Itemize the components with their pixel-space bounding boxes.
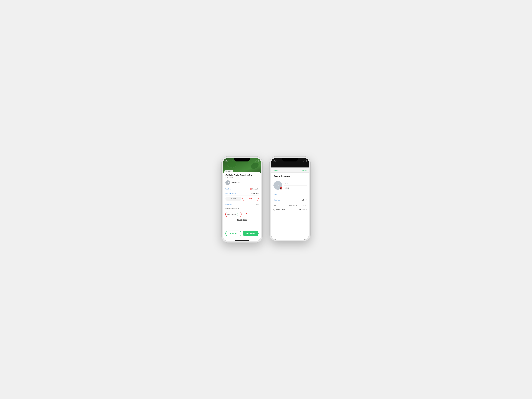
handicap-detail-value: No HCP	[301, 199, 307, 201]
name-fields: Jack Heuer	[284, 181, 307, 190]
battery-icon: ▮	[258, 160, 259, 162]
handicap-row[interactable]: Handicap 4.0	[225, 202, 259, 206]
avatar-initials: JH	[276, 184, 279, 187]
phone-1-screen: 10:00 ▲ ⊙ ▮ 🔍 Search Golf du Paris C	[223, 158, 261, 241]
home-indicator-2	[283, 239, 297, 239]
svg-marker-3	[246, 213, 247, 214]
playing-hcp-row: Playing handicap 4	[225, 206, 259, 210]
crsr-col-header: CR/SR	[297, 205, 307, 206]
bottom-buttons: Cancel Start Round	[225, 229, 259, 237]
tee-box-value: Rouge H	[253, 188, 259, 190]
player-full-name: Jack Heuer	[271, 173, 309, 180]
player-initials: TH	[227, 182, 229, 184]
phone-1: 10:00 ▲ ⊙ ▮ 🔍 Search Golf du Paris C	[222, 156, 262, 243]
tee-box-value-group: Rouge H	[250, 188, 259, 190]
add-players-button[interactable]: Add Players	[225, 212, 241, 217]
tee-dot-red	[250, 188, 252, 190]
avatar-section: JH 📷 Jack Heuer	[271, 180, 309, 192]
start-round-button[interactable]: Start Round	[243, 231, 259, 236]
tee-crsr-white: 66.8/132 ▾	[298, 209, 307, 210]
status-icons-1: ▲ ⊙ ▮	[254, 160, 259, 162]
tee-radio-white[interactable]	[273, 209, 275, 211]
tee-box-row[interactable]: Tee Box Rouge H	[225, 187, 259, 191]
scoring-label: Scoring system	[225, 192, 236, 194]
wifi-icon: ⊙	[256, 160, 257, 162]
phone-2: 10:00 ▲ ⊙ ▮ Cancel Done	[270, 156, 310, 241]
battery-icon-2: ▮	[306, 160, 307, 162]
notch-1	[234, 158, 250, 161]
course-subtitle: 2 x 9 trous	[225, 177, 259, 179]
playing-hcp-col-header: Playing HCP	[288, 205, 297, 206]
player-avatar: TH	[225, 180, 230, 185]
arrow-annotation	[245, 212, 255, 215]
first-name-field[interactable]: Jack	[284, 181, 307, 186]
add-players-icon	[237, 213, 240, 216]
modal-done-button[interactable]: Done	[302, 169, 307, 171]
tee-name-white: White - Men	[276, 209, 288, 210]
player-avatar-large: JH 📷	[273, 181, 282, 190]
course-title: Golf du Paris Country Club	[225, 174, 259, 177]
tee-col-header: Tee	[273, 205, 288, 206]
svg-point-0	[237, 215, 238, 215]
tee-table: Tee Playing HCP CR/SR White - Men - 66.8…	[271, 203, 309, 213]
camera-icon: 📷	[280, 188, 281, 189]
player-row: TH TAG Heuer	[225, 180, 259, 185]
scoring-value: Stableford	[252, 192, 259, 194]
home-indicator-1	[235, 240, 249, 241]
email-label: Email	[273, 194, 277, 196]
chevron-down-icon[interactable]: ▾	[306, 209, 307, 210]
add-players-label: Add Players	[227, 213, 236, 215]
handicap-detail-row[interactable]: Handicap No HCP	[271, 197, 309, 203]
tee-row-white-men[interactable]: White - Men - 66.8/132 ▾	[273, 207, 307, 212]
handicap-label: Handicap	[225, 203, 232, 205]
tee-header: Tee Playing HCP CR/SR	[273, 204, 307, 207]
last-name-field[interactable]: Heuer	[284, 186, 307, 190]
net-btn[interactable]: Net	[242, 197, 259, 201]
gross-net-toggle: Gross Net	[225, 195, 259, 202]
tee-box-label: Tee Box	[225, 188, 231, 190]
signal-icon-2: ▲	[303, 160, 304, 162]
annotation-arrow	[245, 212, 255, 215]
add-players-section: Add Players	[225, 210, 259, 218]
player-name: TAG Heuer	[231, 182, 240, 184]
camera-badge[interactable]: 📷	[280, 187, 282, 189]
modal-content: Jack Heuer JH 📷 Jack Heuer	[271, 173, 309, 238]
wifi-icon-2: ⊙	[304, 160, 305, 162]
signal-icon: ▲	[254, 160, 256, 162]
status-time-2: 10:00	[273, 160, 277, 162]
handicap-value: 4.0	[256, 203, 259, 205]
more-options-link[interactable]: More Options	[225, 218, 259, 222]
status-time-1: 10:00	[225, 160, 229, 162]
modal-header: Cancel Done	[271, 167, 309, 173]
phone-2-screen: 10:00 ▲ ⊙ ▮ Cancel Done	[271, 158, 309, 239]
svg-point-1	[239, 215, 239, 215]
notch-2	[282, 158, 298, 161]
email-row[interactable]: Email	[271, 192, 309, 197]
modal-cancel-button[interactable]: Cancel	[273, 169, 279, 171]
scoring-system-row[interactable]: Scoring system Stableford	[225, 191, 259, 195]
handicap-detail-label: Handicap	[273, 199, 280, 201]
cancel-button[interactable]: Cancel	[225, 231, 241, 236]
status-icons-2: ▲ ⊙ ▮	[303, 160, 307, 162]
gross-btn[interactable]: Gross	[225, 197, 241, 201]
crsr-value: 66.8/132	[299, 209, 305, 210]
scene: 10:00 ▲ ⊙ ▮ 🔍 Search Golf du Paris C	[222, 156, 310, 243]
tee-hcp-white: -	[288, 209, 297, 210]
playing-hcp-label-text: Playing handicap 4	[225, 207, 239, 209]
card-content: Golf du Paris Country Club 2 x 9 trous T…	[223, 172, 261, 239]
